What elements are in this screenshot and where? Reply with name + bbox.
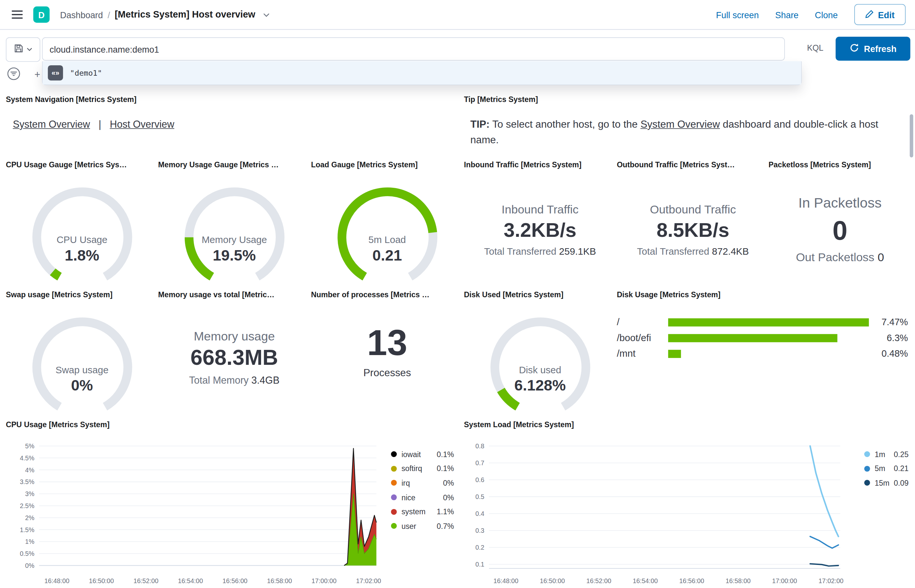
metric-value: 3.2KB/s xyxy=(464,219,616,241)
svg-text:16:58:00: 16:58:00 xyxy=(267,577,292,585)
full-screen-button[interactable]: Full screen xyxy=(716,10,759,20)
legend-item-irq[interactable]: irq0% xyxy=(391,476,454,490)
metric-subtext: Out Packetloss 0 xyxy=(768,251,912,264)
gauge-value: 6.128% xyxy=(514,376,566,395)
disk-usage-bar[interactable] xyxy=(668,318,869,326)
suggestion-value: "demo1" xyxy=(70,69,102,77)
chevron-down-icon[interactable] xyxy=(262,11,270,18)
refresh-icon xyxy=(849,43,859,54)
suggestion-item[interactable]: «» "demo1" xyxy=(42,61,801,84)
legend-swatch xyxy=(391,509,397,515)
tip-bold: TIP: xyxy=(470,118,489,130)
panel-memory-usage-gauge[interactable]: Memory Usage Gauge [Metrics … Memory Usa… xyxy=(158,160,310,293)
gauge-value: 0% xyxy=(71,376,93,395)
query-input[interactable] xyxy=(42,37,785,61)
hamburger-menu-icon[interactable] xyxy=(10,6,25,23)
panel-disk-used-gauge[interactable]: Disk Used [Metrics System] Disk used 6.1… xyxy=(464,291,616,423)
chevron-down-icon xyxy=(26,44,32,55)
clone-button[interactable]: Clone xyxy=(815,10,837,20)
link-host-overview[interactable]: Host Overview xyxy=(110,119,174,130)
refresh-button[interactable]: Refresh xyxy=(836,37,910,61)
space-initial: D xyxy=(38,10,45,20)
refresh-button-label: Refresh xyxy=(864,44,896,54)
link-system-overview[interactable]: System Overview xyxy=(13,119,90,130)
legend-label: 1m xyxy=(875,450,894,459)
panel-load-gauge[interactable]: Load Gauge [Metrics System] 5m Load 0.21 xyxy=(311,160,463,293)
link-system-overview[interactable]: System Overview xyxy=(641,118,720,130)
metric-subtext: Total Transferred 872.4KB xyxy=(617,246,769,257)
legend-value: 1.1% xyxy=(437,507,454,516)
edit-button[interactable]: Edit xyxy=(854,4,906,25)
legend-item-5m[interactable]: 5m0.21 xyxy=(864,462,909,476)
gauge-value: 19.5% xyxy=(213,247,256,265)
disk-usage-row: /7.47% xyxy=(617,314,908,330)
legend-value: 0% xyxy=(443,478,454,487)
panel-memory-usage-vs-total[interactable]: Memory usage vs total [Metric… Memory us… xyxy=(158,291,310,386)
legend-swatch xyxy=(864,466,870,472)
svg-text:0.3: 0.3 xyxy=(475,527,484,534)
disk-bar-track xyxy=(668,349,869,358)
legend-item-iowait[interactable]: iowait0.1% xyxy=(391,447,454,461)
legend-swatch xyxy=(391,494,397,500)
svg-text:2%: 2% xyxy=(25,514,34,522)
pencil-icon xyxy=(865,10,873,20)
metric-label: In Packetloss xyxy=(768,195,912,211)
query-language-toggle[interactable]: KQL xyxy=(807,43,823,53)
panel-title: System Navigation [Metrics System] xyxy=(6,95,455,104)
panel-number-of-processes[interactable]: Number of processes [Metrics … 13 Proces… xyxy=(311,291,463,379)
legend-item-user[interactable]: user0.7% xyxy=(391,519,454,533)
panel-title: Memory Usage Gauge [Metrics … xyxy=(158,160,310,169)
breadcrumb-dashboard[interactable]: Dashboard xyxy=(60,10,103,20)
panel-title: CPU Usage Gauge [Metrics Sys… xyxy=(6,160,158,169)
gauge-label: CPU Usage xyxy=(57,234,107,245)
panel-title: Swap usage [Metrics System] xyxy=(6,291,158,299)
panel-system-load-chart[interactable]: System Load [Metrics System] 0.80.70.60.… xyxy=(464,420,915,586)
panel-packetloss[interactable]: Packetloss [Metrics System] In Packetlos… xyxy=(768,160,912,264)
svg-text:16:48:00: 16:48:00 xyxy=(494,577,519,585)
svg-text:5%: 5% xyxy=(25,443,34,450)
legend-swatch xyxy=(391,523,397,529)
legend-swatch xyxy=(391,452,397,457)
top-navigation-bar: D Dashboard / [Metrics System] Host over… xyxy=(0,0,915,30)
svg-text:17:00:00: 17:00:00 xyxy=(311,577,337,585)
system-load-line-chart[interactable]: 0.80.70.60.50.40.30.20.116:48:0016:50:00… xyxy=(464,439,850,586)
svg-text:1%: 1% xyxy=(25,538,34,545)
legend-swatch xyxy=(391,480,397,486)
svg-text:0.4: 0.4 xyxy=(475,510,484,517)
legend-item-15m[interactable]: 15m0.09 xyxy=(864,476,909,490)
disk-usage-value: 7.47% xyxy=(869,317,908,327)
panel-inbound-traffic[interactable]: Inbound Traffic [Metrics System] Inbound… xyxy=(464,160,616,257)
legend-item-nice[interactable]: nice0% xyxy=(391,490,454,504)
cpu-usage-area-chart[interactable]: 5%4.5%4%3.5%3%2.5%2%1.5%1%0.5%0%16:48:00… xyxy=(6,439,384,586)
space-avatar[interactable]: D xyxy=(33,6,49,23)
value-token-icon: «» xyxy=(48,65,63,81)
disk-usage-bar[interactable] xyxy=(668,349,681,358)
panel-system-navigation: System Navigation [Metrics System] Syste… xyxy=(6,95,455,131)
legend-label: nice xyxy=(402,493,443,502)
legend-item-softirq[interactable]: softirq0.1% xyxy=(391,462,454,476)
panel-disk-usage[interactable]: Disk Usage [Metrics System] /7.47%/boot/… xyxy=(617,291,908,362)
legend-swatch xyxy=(864,452,870,457)
add-filter-icon[interactable]: + xyxy=(34,70,40,80)
svg-text:16:50:00: 16:50:00 xyxy=(540,577,565,585)
metric-label: Processes xyxy=(311,367,463,379)
panel-cpu-usage-chart[interactable]: CPU Usage [Metrics System] 5%4.5%4%3.5%3… xyxy=(6,420,461,586)
system-navigation-links: System Overview | Host Overview xyxy=(13,119,455,131)
legend-item-1m[interactable]: 1m0.25 xyxy=(864,447,909,461)
legend-item-system[interactable]: system1.1% xyxy=(391,504,454,519)
gauge-value: 1.8% xyxy=(65,247,99,265)
metric-subtext: Total Memory 3.4GB xyxy=(158,375,310,386)
share-button[interactable]: Share xyxy=(775,10,798,20)
filter-icon[interactable] xyxy=(7,67,21,82)
panel-swap-usage-gauge[interactable]: Swap usage [Metrics System] Swap usage 0… xyxy=(6,291,158,423)
panel-tip: Tip [Metrics System] TIP: To select anot… xyxy=(464,95,910,148)
metric-label: Outbound Traffic xyxy=(617,203,769,216)
disk-usage-bar[interactable] xyxy=(668,334,837,342)
panel-title: Tip [Metrics System] xyxy=(464,95,910,104)
saved-query-menu-button[interactable] xyxy=(6,37,40,62)
panel-title: Disk Usage [Metrics System] xyxy=(617,291,908,299)
disk-mount-label: /boot/efi xyxy=(617,332,668,343)
panel-cpu-usage-gauge[interactable]: CPU Usage Gauge [Metrics Sys… CPU Usage … xyxy=(6,160,158,293)
panel-outbound-traffic[interactable]: Outbound Traffic [Metrics Syst… Outbound… xyxy=(617,160,769,257)
legend-value: 0.1% xyxy=(437,464,454,473)
